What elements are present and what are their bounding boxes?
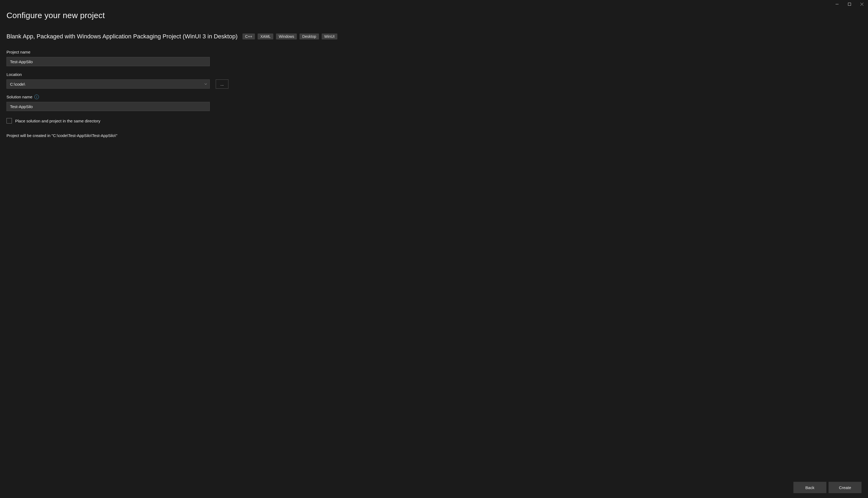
solution-name-input[interactable] bbox=[7, 102, 210, 111]
same-directory-label: Place solution and project in the same d… bbox=[15, 119, 100, 123]
chevron-down-icon bbox=[205, 83, 207, 85]
maximize-button[interactable] bbox=[843, 0, 856, 8]
solution-name-group: Solution name i bbox=[7, 95, 861, 111]
svg-rect-1 bbox=[848, 3, 851, 5]
project-name-label: Project name bbox=[7, 50, 861, 54]
location-row: C:\code\ ... bbox=[7, 79, 861, 89]
main-content: Configure your new project Blank App, Pa… bbox=[0, 9, 868, 498]
create-button[interactable]: Create bbox=[829, 482, 861, 493]
tag-desktop: Desktop bbox=[299, 34, 319, 39]
tag-winui: WinUI bbox=[322, 34, 337, 39]
solution-name-label-row: Solution name i bbox=[7, 95, 861, 99]
tag-windows: Windows bbox=[276, 34, 297, 39]
browse-button[interactable]: ... bbox=[216, 79, 229, 89]
info-icon[interactable]: i bbox=[34, 95, 39, 99]
close-button[interactable] bbox=[856, 0, 868, 8]
template-name: Blank App, Packaged with Windows Applica… bbox=[7, 33, 237, 40]
minimize-button[interactable] bbox=[831, 0, 843, 8]
template-tags: C++ XAML Windows Desktop WinUI bbox=[243, 34, 337, 39]
close-icon bbox=[860, 3, 864, 6]
same-directory-checkbox[interactable] bbox=[7, 118, 12, 123]
location-value: C:\code\ bbox=[10, 82, 25, 87]
location-label: Location bbox=[7, 72, 861, 77]
tag-cpp: C++ bbox=[243, 34, 255, 39]
creation-path-text: Project will be created in "C:\code\Test… bbox=[7, 133, 861, 138]
minimize-icon bbox=[835, 3, 839, 6]
tag-xaml: XAML bbox=[258, 34, 273, 39]
location-combobox[interactable]: C:\code\ bbox=[7, 79, 210, 89]
back-button[interactable]: Back bbox=[793, 482, 826, 493]
footer-buttons: Back Create bbox=[793, 482, 861, 493]
solution-name-label: Solution name bbox=[7, 95, 33, 99]
project-name-group: Project name bbox=[7, 50, 861, 66]
window-titlebar bbox=[0, 0, 868, 9]
project-name-input[interactable] bbox=[7, 57, 210, 66]
same-directory-row: Place solution and project in the same d… bbox=[7, 118, 861, 123]
window-controls bbox=[831, 0, 868, 8]
template-row: Blank App, Packaged with Windows Applica… bbox=[7, 33, 861, 40]
maximize-icon bbox=[848, 3, 851, 6]
location-group: Location C:\code\ ... bbox=[7, 72, 861, 89]
page-title: Configure your new project bbox=[7, 11, 861, 20]
